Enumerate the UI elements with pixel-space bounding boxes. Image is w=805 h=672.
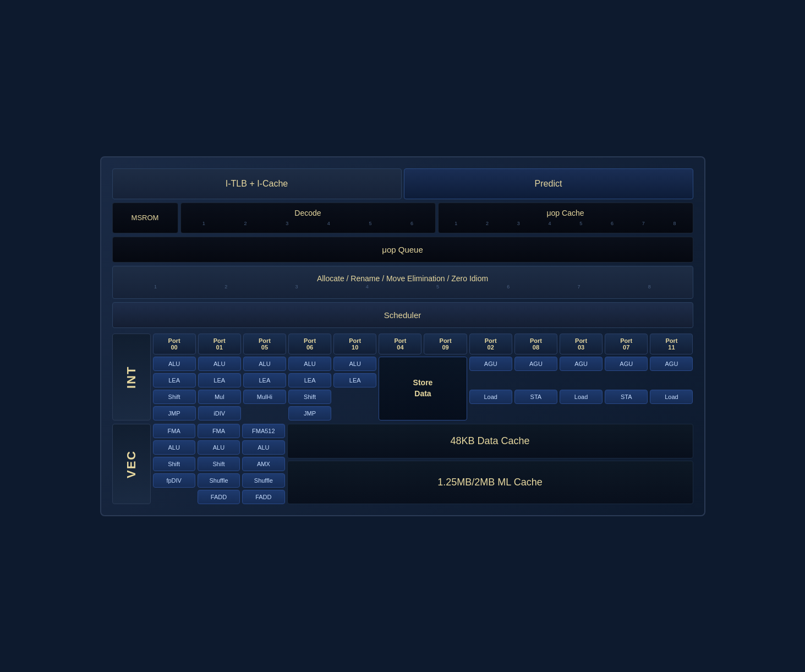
port-08-header: Port 08 [514,334,557,354]
fma512: FMA512 [242,424,284,438]
empty-07-4 [605,406,648,420]
port-05-header: Port 05 [243,334,286,354]
shift-06: Shift [288,390,331,404]
port-07-header: Port 07 [605,334,648,354]
empty-08-4 [514,406,557,420]
uop-queue-block: μop Queue [112,237,693,263]
empty-11-2 [650,373,693,387]
vec-ports: FMA FMA FMA512 ALU ALU ALU Shift Shift A… [153,424,285,504]
lea-01: LEA [198,373,241,387]
agu-02-1: AGU [469,357,512,371]
int-section: INT Port 00 Port 01 Port 05 Port 06 Port… [112,334,693,420]
vec-empty-1 [153,490,195,504]
vec-shift-2: Shift [198,457,240,471]
vec-section: VEC FMA FMA FMA512 ALU ALU ALU Shift Shi… [112,424,693,504]
sta-08: STA [514,390,557,404]
vec-alu-1: ALU [153,440,195,455]
port-11-header: Port 11 [650,334,693,354]
store-data: StoreData [379,357,467,420]
empty-05-4 [243,406,286,420]
port-03-header: Port 03 [560,334,603,354]
port-02-header: Port 02 [469,334,512,354]
msrom-block: MSROM [112,203,178,233]
empty-03-4 [560,406,603,420]
alu-05-1: ALU [243,357,286,371]
lea-10: LEA [333,373,376,387]
mulhi-05: MulHi [243,390,286,404]
fadd-1: FADD [198,490,240,504]
port-00-header: Port 00 [153,334,196,354]
empty-08-2 [514,373,557,387]
port-04-header: Port 04 [379,334,421,354]
row-queue: μop Queue [112,237,693,263]
alu-10-1: ALU [333,357,376,371]
alu-06-1: ALU [288,357,331,371]
predict-block: Predict [404,168,693,199]
itlb-block: I-TLB + I-Cache [112,168,402,199]
shift-00: Shift [153,390,196,404]
int-units-grid: ALU ALU ALU ALU ALU StoreData AGU AGU AG… [153,357,693,420]
empty-07-2 [605,373,648,387]
ml-cache-block: 1.25MB/2MB ML Cache [287,461,693,504]
load-11: Load [650,390,693,404]
load-02: Load [469,390,512,404]
vec-row3: Shift Shift AMX [153,457,285,471]
jmp-00: JMP [153,406,196,420]
fpdiv: fpDIV [153,473,195,488]
idiv-01: iDIV [198,406,241,420]
agu-07-1: AGU [605,357,648,371]
agu-03-1: AGU [560,357,603,371]
vec-shift-1: Shift [153,457,195,471]
lea-00: LEA [153,373,196,387]
fma-2: FMA [198,424,240,438]
chip-diagram: I-TLB + I-Cache Predict MSROM Decode 123… [100,156,705,516]
data-cache-block: 48KB Data Cache [287,424,693,458]
empty-03-2 [560,373,603,387]
amx: AMX [242,457,284,471]
uop-cache-block: μop Cache 123 456 78 [438,203,693,233]
agu-11-1: AGU [650,357,693,371]
vec-row5: FADD FADD [153,490,285,504]
vec-label: VEC [112,424,151,504]
vec-content: FMA FMA FMA512 ALU ALU ALU Shift Shift A… [153,424,693,504]
jmp-06: JMP [288,406,331,420]
row-allocate: Allocate / Rename / Move Elimination / Z… [112,266,693,299]
port-06-header: Port 06 [288,334,331,354]
vec-row1: FMA FMA FMA512 [153,424,285,438]
empty-10-3 [333,390,376,404]
empty-11-4 [650,406,693,420]
agu-08-1: AGU [514,357,557,371]
lea-05: LEA [243,373,286,387]
port-10-header: Port 10 [333,334,376,354]
load-03: Load [560,390,603,404]
sta-07: STA [605,390,648,404]
int-ports-grid: Port 00 Port 01 Port 05 Port 06 Port 10 … [153,334,693,420]
int-ports-header: Port 00 Port 01 Port 05 Port 06 Port 10 … [153,334,693,354]
scheduler-block: Scheduler [112,302,693,328]
empty-02-4 [469,406,512,420]
lea-06: LEA [288,373,331,387]
vec-row4: fpDIV Shuffle Shuffle [153,473,285,488]
int-label: INT [112,334,151,420]
alu-00-1: ALU [153,357,196,371]
vec-alu-2: ALU [198,440,240,455]
fma-1: FMA [153,424,195,438]
shuffle-1: Shuffle [198,473,240,488]
shuffle-2: Shuffle [242,473,284,488]
row-top: I-TLB + I-Cache Predict [112,168,693,199]
alu-01-1: ALU [198,357,241,371]
empty-10-4 [333,406,376,420]
vec-alu-3: ALU [242,440,284,455]
port-01-header: Port 01 [198,334,241,354]
decode-block: Decode 123 456 [180,203,436,233]
vec-row2: ALU ALU ALU [153,440,285,455]
cache-section: 48KB Data Cache 1.25MB/2MB ML Cache [287,424,693,504]
fadd-2: FADD [242,490,284,504]
empty-02-2 [469,373,512,387]
row-scheduler: Scheduler [112,302,693,328]
row-decode: MSROM Decode 123 456 μop Cache 123 456 7… [112,203,693,233]
mul-01: Mul [198,390,241,404]
allocate-block: Allocate / Rename / Move Elimination / Z… [112,266,693,299]
port-09-header: Port 09 [424,334,467,354]
